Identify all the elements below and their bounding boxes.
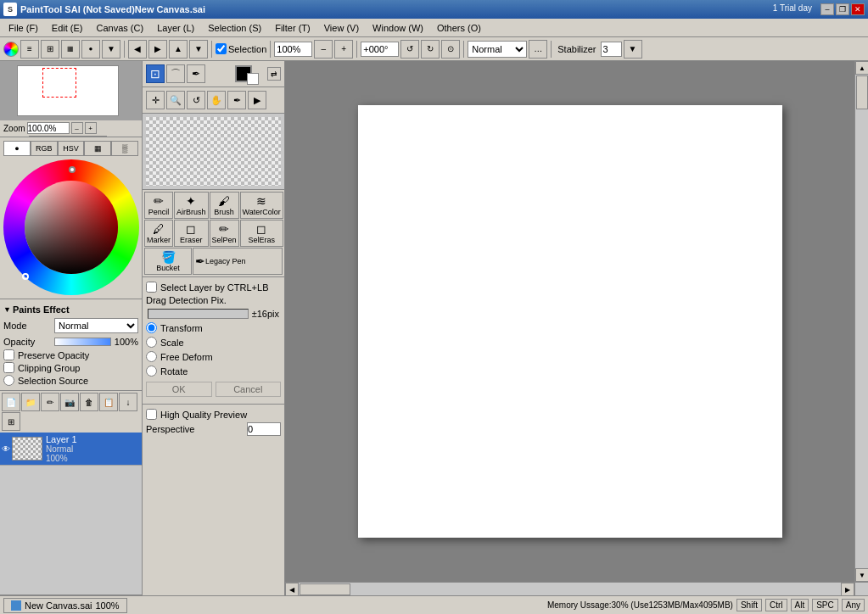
color-circle-btn[interactable] bbox=[3, 42, 19, 57]
color-swap-btn[interactable]: ⇄ bbox=[267, 67, 281, 81]
zoom-plus-btn[interactable]: + bbox=[334, 40, 353, 59]
new-folder-btn[interactable]: 📁 bbox=[21, 393, 40, 411]
airbrush-tool-btn[interactable]: ✦ AirBrush bbox=[174, 192, 209, 219]
menu-canvas[interactable]: Canvas (C) bbox=[90, 21, 151, 35]
angle-plus-btn[interactable]: ↻ bbox=[83, 136, 95, 137]
rotate-radio[interactable] bbox=[146, 366, 157, 377]
zoom-tool[interactable]: 🔍 bbox=[166, 91, 185, 109]
angle-value-input[interactable] bbox=[29, 136, 71, 137]
menu-window[interactable]: Window (W) bbox=[366, 21, 430, 35]
vertical-scrollbar[interactable]: ▲ ▼ bbox=[854, 61, 868, 582]
zoom-minus-btn[interactable]: – bbox=[314, 40, 333, 59]
move-tool[interactable]: ✛ bbox=[146, 91, 165, 109]
rotate-reset-btn[interactable]: ⊙ bbox=[441, 40, 460, 59]
menu-others[interactable]: Others (O) bbox=[430, 21, 488, 35]
color-tab-wheel[interactable]: ● bbox=[3, 141, 31, 156]
zoom-minus-small-btn[interactable]: – bbox=[71, 122, 83, 134]
color-swatches-btn[interactable]: ▦ bbox=[61, 40, 80, 59]
watercolor-tool-btn[interactable]: ≋ WaterColor bbox=[240, 192, 283, 219]
pencil-tool-btn[interactable]: ✏ Pencil bbox=[144, 192, 173, 219]
new-layer-btn[interactable]: 📄 bbox=[2, 393, 20, 411]
mode-select[interactable]: Normal Multiply Screen bbox=[54, 318, 138, 333]
eraser-tool-btn[interactable]: ◻ Eraser bbox=[174, 220, 209, 247]
clipping-group-checkbox[interactable] bbox=[3, 362, 14, 373]
nav-right-btn[interactable]: ▶ bbox=[148, 40, 167, 59]
menu-file[interactable]: File (F) bbox=[2, 21, 45, 35]
stabilizer-input[interactable] bbox=[601, 42, 622, 57]
color-tab-gray[interactable]: ▒ bbox=[111, 141, 138, 156]
hue-indicator[interactable] bbox=[69, 166, 76, 173]
horizontal-scrollbar[interactable]: ◀ ▶ bbox=[285, 582, 854, 595]
menu-edit[interactable]: Edit (E) bbox=[45, 21, 90, 35]
menu-selection[interactable]: Selection (S) bbox=[201, 21, 268, 35]
h-scroll-track[interactable] bbox=[299, 583, 841, 595]
restore-button[interactable]: ❐ bbox=[836, 3, 849, 15]
canvas-tab[interactable]: New Canvas.sai 100% bbox=[3, 598, 127, 613]
marker-tool-btn[interactable]: 🖊 Marker bbox=[144, 220, 173, 247]
merge-down-btn[interactable]: ↓ bbox=[119, 393, 137, 411]
angle-reset-btn[interactable]: ⊙ bbox=[95, 136, 107, 137]
color-lines-btn[interactable]: ≡ bbox=[20, 40, 39, 59]
scale-radio[interactable] bbox=[146, 337, 157, 348]
selection-checkbox-label[interactable]: Selection bbox=[216, 43, 266, 54]
scroll-down-btn[interactable]: ▼ bbox=[855, 568, 868, 582]
ok-button[interactable]: OK bbox=[146, 382, 212, 397]
copy-layer-btn[interactable]: 📋 bbox=[99, 393, 118, 411]
rect-select-tool[interactable]: ⊡ bbox=[146, 64, 165, 83]
color-gradient-square[interactable] bbox=[25, 181, 118, 274]
canvas-viewport[interactable] bbox=[285, 61, 854, 582]
color-cursor[interactable] bbox=[22, 273, 29, 280]
zoom-value-input[interactable] bbox=[27, 122, 70, 134]
menu-layer[interactable]: Layer (L) bbox=[150, 21, 201, 35]
color-picker-btn[interactable]: ▼ bbox=[102, 40, 120, 59]
transform-radio[interactable] bbox=[146, 322, 157, 333]
scroll-right-btn[interactable]: ▶ bbox=[841, 583, 854, 595]
rotate-cw-btn[interactable]: ↻ bbox=[421, 40, 440, 59]
hand-tool[interactable]: ✋ bbox=[207, 91, 226, 109]
menu-view[interactable]: View (V) bbox=[317, 21, 366, 35]
blend-options-btn[interactable]: … bbox=[529, 40, 547, 59]
legacy-pen-tool-btn[interactable]: ✒ Legacy Pen bbox=[193, 248, 283, 275]
delete-layer-btn[interactable]: 🗑 bbox=[80, 393, 98, 411]
zoom-input[interactable] bbox=[274, 42, 312, 57]
high-quality-checkbox[interactable] bbox=[146, 409, 157, 420]
capture-btn[interactable]: 📷 bbox=[60, 393, 79, 411]
v-scroll-track[interactable] bbox=[855, 75, 868, 568]
angle-minus-btn[interactable]: ↺ bbox=[71, 136, 83, 137]
preserve-opacity-checkbox[interactable] bbox=[3, 349, 14, 360]
seleras-tool-btn[interactable]: ◻ SelEras bbox=[240, 220, 283, 247]
nav-up-btn[interactable]: ▲ bbox=[169, 40, 188, 59]
rotation-input[interactable] bbox=[361, 42, 399, 57]
menu-filter[interactable]: Filter (T) bbox=[268, 21, 317, 35]
nav-down-btn[interactable]: ▼ bbox=[189, 40, 208, 59]
color-tab-rgb[interactable]: RGB bbox=[31, 141, 58, 156]
minimize-button[interactable]: – bbox=[820, 3, 834, 15]
free-deform-radio[interactable] bbox=[146, 351, 157, 362]
background-color[interactable] bbox=[247, 73, 259, 85]
brush-tool-btn[interactable]: 🖌 Brush bbox=[210, 192, 239, 219]
rotate-ccw-btn[interactable]: ↺ bbox=[400, 40, 419, 59]
magic-wand-tool[interactable]: ✒ bbox=[187, 64, 205, 83]
selpen-tool-btn[interactable]: ✏ SelPen bbox=[210, 220, 239, 247]
v-scroll-thumb[interactable] bbox=[856, 75, 868, 109]
scroll-up-btn[interactable]: ▲ bbox=[855, 61, 868, 75]
canvas[interactable] bbox=[358, 105, 782, 538]
opacity-bar[interactable] bbox=[54, 338, 111, 346]
cancel-button[interactable]: Cancel bbox=[216, 382, 282, 397]
scroll-left-btn[interactable]: ◀ bbox=[285, 583, 299, 595]
stabilizer-dropdown-btn[interactable]: ▼ bbox=[624, 40, 642, 59]
drag-bar[interactable] bbox=[148, 309, 249, 319]
color-wheel-btn[interactable]: ● bbox=[81, 40, 100, 59]
h-scroll-thumb[interactable] bbox=[300, 583, 350, 595]
more-tool[interactable]: ▶ bbox=[248, 91, 266, 109]
close-button[interactable]: ✕ bbox=[851, 3, 865, 15]
new-linework-btn[interactable]: ✏ bbox=[41, 393, 59, 411]
paints-effect-title[interactable]: ▼ Paints Effect bbox=[3, 303, 138, 316]
merge-all-btn[interactable]: ⊞ bbox=[2, 412, 20, 431]
color-tab-swatches[interactable]: ▦ bbox=[84, 141, 111, 156]
selection-source-radio[interactable] bbox=[3, 375, 14, 386]
rotate-tool[interactable]: ↺ bbox=[187, 91, 205, 109]
nav-canvas-preview[interactable] bbox=[0, 61, 142, 120]
blend-mode-select[interactable]: Normal Multiply Screen Overlay bbox=[468, 41, 527, 58]
layer-item[interactable]: 👁 Layer 1 Normal 100% bbox=[0, 433, 142, 466]
